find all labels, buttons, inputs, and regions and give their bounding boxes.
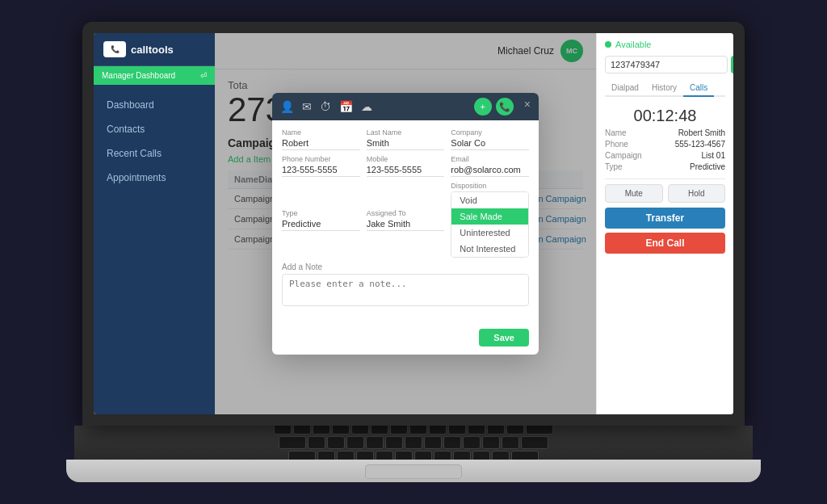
type-group: Type Predictive	[282, 209, 360, 231]
modal-close-button[interactable]: ×	[524, 98, 531, 116]
exit-icon[interactable]: ⏎	[200, 71, 207, 80]
campaign-label: Campaign	[605, 151, 642, 160]
info-name-row: Name Robert Smith	[605, 128, 725, 137]
company-label: Company	[451, 128, 529, 136]
transfer-button[interactable]: Transfer	[605, 208, 725, 229]
tab-person-icon[interactable]: 👤	[280, 100, 294, 113]
app-container: 📞 calltools Manager Dashboard ⏎ Dashboar…	[94, 33, 733, 414]
first-name-group: Name Robert	[282, 128, 360, 150]
last-name-value: Smith	[367, 138, 445, 150]
mobile-value: 123-555-5555	[367, 165, 445, 177]
last-name-label: Last Name	[367, 128, 445, 136]
key	[308, 436, 325, 449]
tab-clock-icon[interactable]: ⏱	[320, 100, 331, 113]
key	[502, 436, 519, 449]
name-label: Name	[605, 128, 627, 137]
company-value: Solar Co	[451, 138, 529, 150]
phone-label: Phone Number	[282, 155, 360, 163]
last-name-group: Last Name Smith	[367, 128, 445, 150]
email-group: Email rob@solarco.com	[451, 155, 529, 177]
disposition-uninterested[interactable]: Uninterested	[451, 225, 528, 241]
name-row: Name Robert Last Name Smith Company	[282, 128, 529, 150]
laptop-screen: 📞 calltools Manager Dashboard ⏎ Dashboar…	[94, 33, 733, 414]
screen-bezel: 📞 calltools Manager Dashboard ⏎ Dashboar…	[82, 22, 745, 426]
type-label: Type	[282, 209, 360, 217]
logo-icon: 📞	[103, 41, 126, 57]
disposition-sale-made[interactable]: Sale Made	[451, 208, 528, 225]
laptop-keyboard	[74, 426, 753, 460]
phone-value: 123-555-5555	[282, 165, 360, 177]
mute-button[interactable]: Mute	[605, 184, 663, 203]
key	[366, 436, 384, 449]
phone-label: Phone	[605, 140, 628, 149]
sidebar-item-dashboard[interactable]: Dashboard	[94, 93, 215, 117]
modal-footer: Save	[272, 324, 539, 355]
disposition-label: Disposition	[451, 182, 529, 190]
phone-group: Phone Number 123-555-5555	[282, 155, 360, 177]
key	[443, 436, 461, 449]
modal-tabs: 👤 ✉ ⏱ 📅 ☁	[280, 100, 372, 113]
mobile-group: Mobile 123-555-5555	[367, 155, 445, 177]
mute-hold-row: Mute Hold	[605, 184, 725, 203]
tab-calendar-icon[interactable]: 📅	[339, 100, 353, 113]
key	[405, 436, 422, 449]
phone-input[interactable]	[605, 56, 728, 74]
note-label: Add a Note	[282, 262, 529, 271]
disposition-void[interactable]: Void	[451, 192, 528, 208]
type-value: Predictive	[282, 219, 360, 231]
key	[521, 436, 548, 449]
manager-dashboard-label: Manager Dashboard	[102, 71, 175, 80]
first-name-label: Name	[282, 128, 360, 136]
laptop-shell: 📞 calltools Manager Dashboard ⏎ Dashboar…	[66, 22, 761, 482]
key	[482, 436, 500, 449]
modal-header: 👤 ✉ ⏱ 📅 ☁ + 📞 ×	[272, 93, 539, 120]
manager-dashboard-bar[interactable]: Manager Dashboard ⏎	[94, 66, 215, 85]
status-dot	[605, 41, 611, 48]
tabs-row: Dialpad History Calls	[605, 80, 725, 97]
mobile-label: Mobile	[367, 155, 445, 163]
tab-email-icon[interactable]: ✉	[302, 100, 312, 113]
modal-add-button[interactable]: +	[474, 98, 492, 116]
sidebar-item-appointments[interactable]: Appointments	[94, 166, 215, 190]
first-name-value: Robert	[282, 138, 360, 150]
sidebar-item-contacts[interactable]: Contacts	[94, 117, 215, 141]
info-phone-row: Phone 555-123-4567	[605, 140, 725, 149]
logo-area: 📞 calltools	[94, 33, 215, 66]
assigned-label: Assigned To	[367, 209, 445, 217]
tab-cloud-icon[interactable]: ☁	[361, 100, 372, 113]
type-row: Type Predictive Assigned To Jake Smith D…	[282, 182, 529, 258]
sidebar-item-recent-calls[interactable]: Recent Calls	[94, 141, 215, 166]
tab-history[interactable]: History	[645, 80, 683, 97]
info-type-row: Type Predictive	[605, 162, 725, 171]
disposition-dropdown[interactable]: Void Sale Made Uninterested Not Interest…	[451, 191, 529, 258]
tab-calls[interactable]: Calls	[683, 80, 714, 97]
save-button[interactable]: Save	[479, 329, 529, 346]
main-content: Michael Cruz MC Tota 273 Campaigns Add a…	[215, 33, 596, 414]
email-value: rob@solarco.com	[451, 165, 529, 177]
call-button[interactable]: Call	[731, 56, 733, 74]
assigned-group: Assigned To Jake Smith	[367, 209, 445, 231]
sidebar: 📞 calltools Manager Dashboard ⏎ Dashboar…	[94, 33, 215, 414]
modal-overlay: 👤 ✉ ⏱ 📅 ☁ + 📞 ×	[215, 33, 596, 414]
note-input[interactable]	[282, 274, 529, 306]
company-group: Company Solar Co	[451, 128, 529, 150]
name-value: Robert Smith	[678, 128, 725, 137]
assigned-value: Jake Smith	[367, 219, 445, 231]
disposition-not-interested[interactable]: Not Interested	[451, 241, 528, 257]
phone-value: 555-123-4567	[675, 140, 725, 149]
tab-dialpad[interactable]: Dialpad	[605, 80, 645, 97]
type-value: Predictive	[690, 162, 725, 171]
end-call-button[interactable]: End Call	[605, 233, 725, 254]
key	[424, 436, 442, 449]
laptop-base	[66, 460, 761, 482]
dropdown-list: Void Sale Made Uninterested Not Interest…	[451, 191, 529, 258]
key	[385, 436, 403, 449]
email-label: Email	[451, 155, 529, 163]
right-panel: Available Call Dialpad History Calls 00:…	[596, 33, 733, 414]
contact-row: Phone Number 123-555-5555 Mobile 123-555…	[282, 155, 529, 177]
hold-button[interactable]: Hold	[668, 184, 726, 203]
modal-phone-button[interactable]: 📞	[496, 98, 514, 116]
call-timer: 00:12:48	[605, 107, 725, 125]
phone-input-row: Call	[605, 56, 725, 74]
status-indicator: Available	[605, 40, 725, 49]
